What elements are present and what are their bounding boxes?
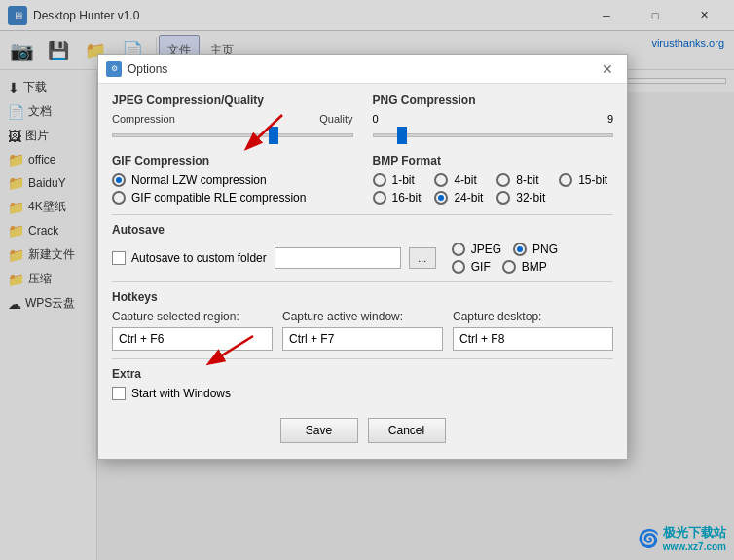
gif-rle-label: GIF compatible RLE compression <box>131 191 306 205</box>
png-max-label: 9 <box>607 113 613 125</box>
dialog-titlebar: ⚙ Options ✕ <box>98 55 627 84</box>
bmp-16bit[interactable]: 16-bit <box>373 191 427 205</box>
format-jpeg[interactable]: JPEG <box>452 243 501 256</box>
bmp-1bit-radio[interactable] <box>373 173 386 187</box>
png-slider-track[interactable] <box>373 127 614 144</box>
jpeg-slider-line <box>112 133 353 137</box>
bmp-24bit[interactable]: 24-bit <box>434 191 489 205</box>
hotkey-desktop-group: Capture desktop: <box>453 310 613 351</box>
png-slider-line <box>373 133 614 137</box>
autosave-label: Autosave to custom folder <box>131 251 267 265</box>
jpeg-slider-track[interactable] <box>112 127 353 144</box>
format-png-label: PNG <box>532 243 558 256</box>
start-windows-checkbox[interactable] <box>112 387 126 400</box>
gif-title: GIF Compression <box>112 154 353 168</box>
autosave-section: Autosave Autosave to custom folder ... J… <box>112 214 613 274</box>
hotkey-region-group: Capture selected region: <box>112 310 273 351</box>
gif-option-rle[interactable]: GIF compatible RLE compression <box>112 191 353 205</box>
start-windows-label: Start with Windows <box>131 387 231 400</box>
bmp-32bit-radio[interactable] <box>496 191 510 205</box>
format-jpeg-radio[interactable] <box>452 243 465 256</box>
autosave-path-input[interactable] <box>275 247 401 269</box>
hotkey-desktop-input[interactable] <box>453 327 613 351</box>
bmp-32bit-label: 32-bit <box>516 191 545 205</box>
png-slider-thumb[interactable] <box>397 127 407 144</box>
dialog-body: JPEG Compression/Quality Compression Qua… <box>98 84 627 459</box>
bmp-24bit-radio[interactable] <box>434 191 448 205</box>
save-button[interactable]: Save <box>280 418 358 443</box>
format-gif-label: GIF <box>471 260 491 274</box>
hotkey-desktop-label: Capture desktop: <box>453 310 613 323</box>
gif-lzw-label: Normal LZW compression <box>131 173 267 187</box>
bmp-4bit-radio[interactable] <box>434 173 448 187</box>
hotkeys-title: Hotkeys <box>112 290 613 304</box>
hotkey-region-label: Capture selected region: <box>112 310 273 323</box>
gif-radio-group: Normal LZW compression GIF compatible RL… <box>112 173 353 205</box>
row-gif-bmp: GIF Compression Normal LZW compression G… <box>112 154 613 205</box>
png-min-label: 0 <box>373 113 379 125</box>
bmp-1bit[interactable]: 1-bit <box>373 173 427 187</box>
bmp-grid: 1-bit 4-bit 8-bit 15-bit <box>373 173 614 205</box>
bmp-16bit-label: 16-bit <box>392 191 422 205</box>
gif-rle-radio[interactable] <box>112 191 126 205</box>
bmp-1bit-label: 1-bit <box>392 173 415 187</box>
bmp-16bit-radio[interactable] <box>373 191 386 205</box>
format-jpeg-label: JPEG <box>471 243 501 256</box>
format-radios: JPEG PNG GIF <box>452 243 558 274</box>
bmp-8bit-label: 8-bit <box>516 173 538 187</box>
autosave-checkbox[interactable] <box>112 251 126 265</box>
hotkey-window-label: Capture active window: <box>282 310 443 323</box>
bmp-8bit-radio[interactable] <box>496 173 510 187</box>
format-row-1: JPEG PNG <box>452 243 558 256</box>
png-title: PNG Compression <box>373 93 614 107</box>
autosave-row: Autosave to custom folder ... JPEG PNG <box>112 243 613 274</box>
dialog-icon: ⚙ <box>106 61 122 77</box>
extra-title: Extra <box>112 367 613 381</box>
autosave-checkbox-item[interactable]: Autosave to custom folder <box>112 251 267 265</box>
jpeg-section: JPEG Compression/Quality Compression Qua… <box>112 93 353 144</box>
hotkey-window-input[interactable] <box>282 327 443 351</box>
start-windows-checkbox-item[interactable]: Start with Windows <box>112 387 613 400</box>
jpeg-compression-label: Compression <box>112 113 175 125</box>
extra-section: Extra Start with Windows <box>112 358 613 400</box>
dialog-title: Options <box>128 62 167 76</box>
bmp-15bit-radio[interactable] <box>559 173 572 187</box>
bmp-section: BMP Format 1-bit 4-bit 8-bit <box>373 154 614 205</box>
autosave-title: Autosave <box>112 223 613 237</box>
jpeg-labels: Compression Quality <box>112 113 353 125</box>
cancel-button[interactable]: Cancel <box>368 418 446 443</box>
hotkey-region-input[interactable] <box>112 327 273 351</box>
hotkeys-row: Capture selected region: Capture active … <box>112 310 613 351</box>
format-png[interactable]: PNG <box>513 243 558 256</box>
gif-section: GIF Compression Normal LZW compression G… <box>112 154 353 205</box>
format-row-2: GIF BMP <box>452 260 558 274</box>
jpeg-quality-label: Quality <box>319 113 352 125</box>
dialog-close-button[interactable]: ✕ <box>596 57 619 81</box>
bmp-4bit-label: 4-bit <box>454 173 476 187</box>
bmp-8bit[interactable]: 8-bit <box>496 173 551 187</box>
png-section: PNG Compression 0 9 <box>373 93 614 144</box>
hotkey-window-group: Capture active window: <box>282 310 443 351</box>
format-bmp-radio[interactable] <box>502 260 516 274</box>
row-jpeg-png: JPEG Compression/Quality Compression Qua… <box>112 93 613 144</box>
jpeg-title: JPEG Compression/Quality <box>112 93 353 107</box>
options-dialog: ⚙ Options ✕ JPEG Compression/Quality Com… <box>97 54 628 460</box>
format-gif[interactable]: GIF <box>452 260 491 274</box>
format-bmp-label: BMP <box>522 260 547 274</box>
gif-lzw-radio[interactable] <box>112 173 126 187</box>
autosave-browse-button[interactable]: ... <box>409 247 436 269</box>
gif-option-lzw[interactable]: Normal LZW compression <box>112 173 353 187</box>
format-gif-radio[interactable] <box>452 260 465 274</box>
bmp-24bit-label: 24-bit <box>454 191 483 205</box>
bmp-title: BMP Format <box>373 154 614 168</box>
dialog-footer: Save Cancel <box>112 410 613 449</box>
jpeg-slider-thumb[interactable] <box>269 127 278 144</box>
format-png-radio[interactable] <box>513 243 527 256</box>
bmp-4bit[interactable]: 4-bit <box>434 173 489 187</box>
bmp-15bit[interactable]: 15-bit <box>559 173 613 187</box>
png-labels: 0 9 <box>373 113 614 125</box>
hotkeys-section: Hotkeys Capture selected region: Capture… <box>112 281 613 351</box>
bmp-32bit[interactable]: 32-bit <box>496 191 551 205</box>
bmp-15bit-label: 15-bit <box>578 173 607 187</box>
format-bmp[interactable]: BMP <box>502 260 547 274</box>
